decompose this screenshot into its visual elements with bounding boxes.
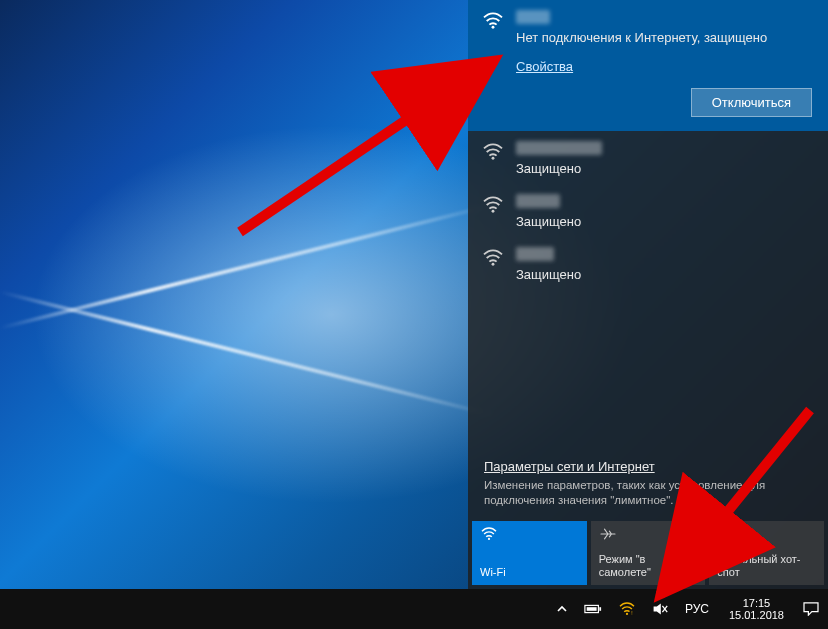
network-settings-description: Изменение параметров, таких как установл…	[484, 478, 812, 509]
network-ssid-blurred	[516, 10, 550, 24]
svg-point-4	[488, 538, 490, 540]
network-settings-link[interactable]: Параметры сети и Интернет	[484, 459, 655, 474]
svg-point-5	[725, 533, 728, 536]
network-status-text: Защищено	[516, 214, 812, 231]
wifi-icon	[482, 143, 504, 161]
network-item[interactable]: Защищено	[468, 184, 828, 237]
tile-label: Мобильный хот-спот	[717, 553, 816, 579]
network-status-text: Защищено	[516, 161, 812, 178]
svg-point-3	[492, 263, 495, 266]
airplane-icon	[599, 527, 698, 541]
network-item-current[interactable]: Нет подключения к Интернету, защищено Св…	[468, 0, 828, 131]
network-properties-link[interactable]: Свойства	[516, 59, 573, 74]
network-item[interactable]: Защищено	[468, 237, 828, 290]
tile-airplane[interactable]: Режим "в самолете"	[591, 521, 706, 585]
network-tray-icon[interactable]: !	[615, 589, 639, 629]
language-indicator[interactable]: РУС	[681, 602, 713, 616]
network-ssid-blurred	[516, 247, 554, 261]
svg-point-1	[492, 157, 495, 160]
network-status-text: Защищено	[516, 267, 812, 284]
wifi-icon	[480, 527, 579, 541]
svg-point-9	[626, 613, 628, 615]
quick-action-tiles: Wi-Fi Режим "в самолете"	[468, 521, 828, 589]
wifi-icon	[482, 12, 504, 30]
svg-point-0	[492, 26, 495, 29]
svg-rect-7	[599, 607, 601, 611]
taskbar-clock[interactable]: 17:15 15.01.2018	[723, 597, 790, 621]
hotspot-icon	[717, 527, 816, 541]
disconnect-button[interactable]: Отключиться	[691, 88, 812, 117]
taskbar: ! РУС 17:15 15.01.2018	[0, 589, 828, 629]
clock-date: 15.01.2018	[729, 609, 784, 621]
svg-rect-8	[587, 607, 597, 611]
network-item[interactable]: Защищено	[468, 131, 828, 184]
network-status-text: Нет подключения к Интернету, защищено	[516, 30, 812, 47]
volume-muted-icon[interactable]	[649, 589, 671, 629]
clock-time: 17:15	[729, 597, 784, 609]
svg-text:!: !	[631, 611, 632, 616]
svg-point-2	[492, 210, 495, 213]
tile-label: Режим "в самолете"	[599, 553, 698, 579]
action-center-icon[interactable]	[800, 589, 822, 629]
tile-wifi[interactable]: Wi-Fi	[472, 521, 587, 585]
tile-label: Wi-Fi	[480, 566, 579, 579]
network-flyout: Нет подключения к Интернету, защищено Св…	[468, 0, 828, 589]
system-tray: ! РУС 17:15 15.01.2018	[553, 589, 822, 629]
battery-icon[interactable]	[581, 589, 605, 629]
tile-hotspot[interactable]: Мобильный хот-спот	[709, 521, 824, 585]
network-ssid-blurred	[516, 141, 602, 155]
tray-overflow-chevron-icon[interactable]	[553, 589, 571, 629]
network-ssid-blurred	[516, 194, 560, 208]
wifi-icon	[482, 249, 504, 267]
wifi-icon	[482, 196, 504, 214]
